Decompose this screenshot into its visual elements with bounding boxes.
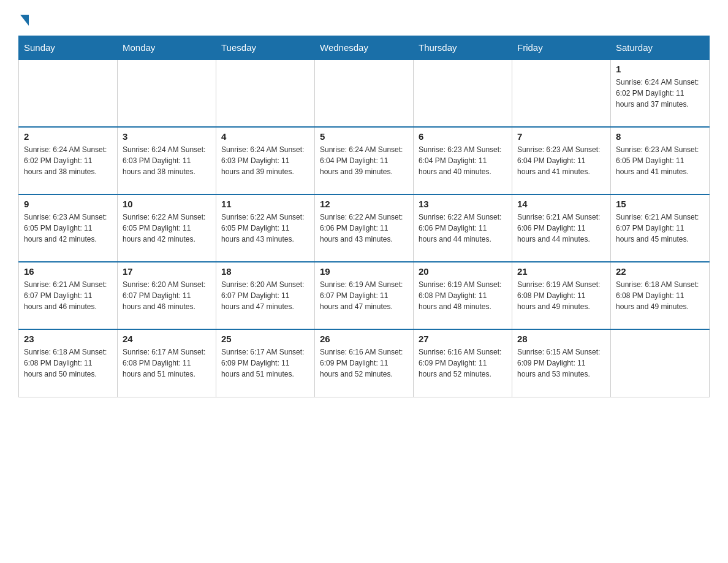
day-info: Sunrise: 6:20 AM Sunset: 6:07 PM Dayligh… (221, 279, 309, 312)
day-number: 7 (517, 131, 605, 142)
logo-arrow-icon (20, 15, 29, 26)
calendar-cell: 3Sunrise: 6:24 AM Sunset: 6:03 PM Daylig… (118, 127, 216, 194)
day-info: Sunrise: 6:19 AM Sunset: 6:08 PM Dayligh… (517, 279, 605, 312)
day-info: Sunrise: 6:24 AM Sunset: 6:02 PM Dayligh… (616, 77, 704, 110)
column-header-wednesday: Wednesday (315, 36, 414, 60)
column-header-saturday: Saturday (611, 36, 710, 60)
day-info: Sunrise: 6:22 AM Sunset: 6:06 PM Dayligh… (320, 212, 408, 245)
week-row-2: 2Sunrise: 6:24 AM Sunset: 6:02 PM Daylig… (19, 127, 710, 194)
week-row-4: 16Sunrise: 6:21 AM Sunset: 6:07 PM Dayli… (19, 262, 710, 329)
day-number: 16 (24, 266, 112, 277)
day-info: Sunrise: 6:22 AM Sunset: 6:05 PM Dayligh… (221, 212, 309, 245)
day-info: Sunrise: 6:16 AM Sunset: 6:09 PM Dayligh… (320, 347, 408, 380)
day-info: Sunrise: 6:22 AM Sunset: 6:06 PM Dayligh… (419, 212, 507, 245)
day-number: 27 (419, 334, 507, 344)
calendar-cell: 23Sunrise: 6:18 AM Sunset: 6:08 PM Dayli… (19, 329, 118, 397)
day-number: 1 (616, 64, 704, 74)
column-header-thursday: Thursday (414, 36, 512, 60)
calendar-cell: 25Sunrise: 6:17 AM Sunset: 6:09 PM Dayli… (216, 329, 315, 397)
calendar-cell: 22Sunrise: 6:18 AM Sunset: 6:08 PM Dayli… (611, 262, 710, 329)
week-row-3: 9Sunrise: 6:23 AM Sunset: 6:05 PM Daylig… (19, 194, 710, 262)
calendar-header-row: SundayMondayTuesdayWednesdayThursdayFrid… (19, 36, 710, 60)
calendar-cell (414, 59, 512, 127)
day-info: Sunrise: 6:17 AM Sunset: 6:08 PM Dayligh… (123, 347, 211, 380)
calendar-cell: 18Sunrise: 6:20 AM Sunset: 6:07 PM Dayli… (216, 262, 315, 329)
calendar-cell: 19Sunrise: 6:19 AM Sunset: 6:07 PM Dayli… (315, 262, 414, 329)
day-number: 2 (24, 131, 112, 142)
column-header-friday: Friday (512, 36, 611, 60)
day-number: 3 (123, 131, 211, 142)
calendar-cell: 13Sunrise: 6:22 AM Sunset: 6:06 PM Dayli… (414, 194, 512, 262)
calendar-cell (512, 59, 611, 127)
day-number: 12 (320, 199, 408, 209)
day-number: 14 (517, 199, 605, 209)
calendar-cell: 17Sunrise: 6:20 AM Sunset: 6:07 PM Dayli… (118, 262, 216, 329)
calendar-cell: 27Sunrise: 6:16 AM Sunset: 6:09 PM Dayli… (414, 329, 512, 397)
day-number: 10 (123, 199, 211, 209)
column-header-sunday: Sunday (19, 36, 118, 60)
day-number: 17 (123, 266, 211, 277)
column-header-monday: Monday (118, 36, 216, 60)
calendar-table: SundayMondayTuesdayWednesdayThursdayFrid… (18, 36, 710, 397)
day-info: Sunrise: 6:23 AM Sunset: 6:04 PM Dayligh… (517, 144, 605, 177)
day-info: Sunrise: 6:19 AM Sunset: 6:07 PM Dayligh… (320, 279, 408, 312)
calendar-cell (216, 59, 315, 127)
calendar-cell: 5Sunrise: 6:24 AM Sunset: 6:04 PM Daylig… (315, 127, 414, 194)
calendar-cell: 11Sunrise: 6:22 AM Sunset: 6:05 PM Dayli… (216, 194, 315, 262)
day-number: 9 (24, 199, 112, 209)
day-number: 23 (24, 334, 112, 344)
day-info: Sunrise: 6:18 AM Sunset: 6:08 PM Dayligh… (616, 279, 704, 312)
day-info: Sunrise: 6:15 AM Sunset: 6:09 PM Dayligh… (517, 347, 605, 380)
logo (18, 12, 29, 26)
calendar-cell: 10Sunrise: 6:22 AM Sunset: 6:05 PM Dayli… (118, 194, 216, 262)
calendar-cell: 28Sunrise: 6:15 AM Sunset: 6:09 PM Dayli… (512, 329, 611, 397)
day-number: 11 (221, 199, 309, 209)
calendar-cell: 2Sunrise: 6:24 AM Sunset: 6:02 PM Daylig… (19, 127, 118, 194)
calendar-cell: 21Sunrise: 6:19 AM Sunset: 6:08 PM Dayli… (512, 262, 611, 329)
day-number: 21 (517, 266, 605, 277)
day-number: 15 (616, 199, 704, 209)
calendar-cell: 16Sunrise: 6:21 AM Sunset: 6:07 PM Dayli… (19, 262, 118, 329)
day-number: 8 (616, 131, 704, 142)
column-header-tuesday: Tuesday (216, 36, 315, 60)
day-number: 24 (123, 334, 211, 344)
day-number: 18 (221, 266, 309, 277)
day-info: Sunrise: 6:19 AM Sunset: 6:08 PM Dayligh… (419, 279, 507, 312)
day-info: Sunrise: 6:23 AM Sunset: 6:04 PM Dayligh… (419, 144, 507, 177)
day-number: 28 (517, 334, 605, 344)
day-number: 20 (419, 266, 507, 277)
calendar-cell: 6Sunrise: 6:23 AM Sunset: 6:04 PM Daylig… (414, 127, 512, 194)
day-info: Sunrise: 6:21 AM Sunset: 6:07 PM Dayligh… (24, 279, 112, 312)
day-number: 26 (320, 334, 408, 344)
day-number: 25 (221, 334, 309, 344)
calendar-cell: 26Sunrise: 6:16 AM Sunset: 6:09 PM Dayli… (315, 329, 414, 397)
calendar-cell: 4Sunrise: 6:24 AM Sunset: 6:03 PM Daylig… (216, 127, 315, 194)
calendar-cell: 9Sunrise: 6:23 AM Sunset: 6:05 PM Daylig… (19, 194, 118, 262)
day-info: Sunrise: 6:24 AM Sunset: 6:03 PM Dayligh… (123, 144, 211, 177)
day-info: Sunrise: 6:23 AM Sunset: 6:05 PM Dayligh… (616, 144, 704, 177)
calendar-cell: 8Sunrise: 6:23 AM Sunset: 6:05 PM Daylig… (611, 127, 710, 194)
calendar-cell (118, 59, 216, 127)
calendar-cell: 14Sunrise: 6:21 AM Sunset: 6:06 PM Dayli… (512, 194, 611, 262)
day-number: 19 (320, 266, 408, 277)
calendar-cell: 15Sunrise: 6:21 AM Sunset: 6:07 PM Dayli… (611, 194, 710, 262)
day-info: Sunrise: 6:23 AM Sunset: 6:05 PM Dayligh… (24, 212, 112, 245)
calendar-cell (315, 59, 414, 127)
day-info: Sunrise: 6:20 AM Sunset: 6:07 PM Dayligh… (123, 279, 211, 312)
day-number: 6 (419, 131, 507, 142)
calendar-cell: 20Sunrise: 6:19 AM Sunset: 6:08 PM Dayli… (414, 262, 512, 329)
calendar-cell (19, 59, 118, 127)
day-info: Sunrise: 6:24 AM Sunset: 6:03 PM Dayligh… (221, 144, 309, 177)
day-info: Sunrise: 6:16 AM Sunset: 6:09 PM Dayligh… (419, 347, 507, 380)
day-info: Sunrise: 6:21 AM Sunset: 6:07 PM Dayligh… (616, 212, 704, 245)
day-number: 4 (221, 131, 309, 142)
day-number: 5 (320, 131, 408, 142)
day-number: 13 (419, 199, 507, 209)
calendar-cell: 24Sunrise: 6:17 AM Sunset: 6:08 PM Dayli… (118, 329, 216, 397)
calendar-cell: 7Sunrise: 6:23 AM Sunset: 6:04 PM Daylig… (512, 127, 611, 194)
day-info: Sunrise: 6:21 AM Sunset: 6:06 PM Dayligh… (517, 212, 605, 245)
week-row-5: 23Sunrise: 6:18 AM Sunset: 6:08 PM Dayli… (19, 329, 710, 397)
calendar-cell: 1Sunrise: 6:24 AM Sunset: 6:02 PM Daylig… (611, 59, 710, 127)
day-info: Sunrise: 6:17 AM Sunset: 6:09 PM Dayligh… (221, 347, 309, 380)
day-number: 22 (616, 266, 704, 277)
